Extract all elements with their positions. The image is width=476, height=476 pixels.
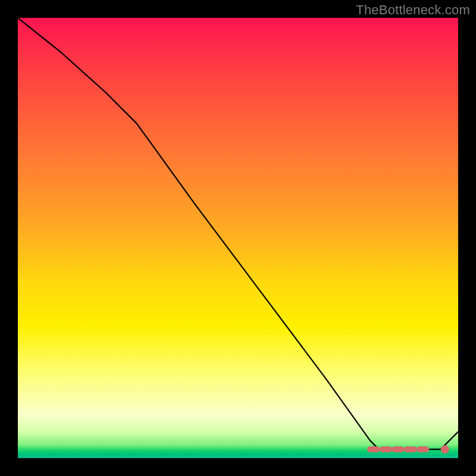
attribution-text: TheBottleneck.com [356, 2, 470, 18]
bottleneck-curve-line [18, 18, 458, 449]
chart-overlay [18, 18, 458, 458]
optimal-point-dot [441, 445, 449, 453]
chart-frame: TheBottleneck.com [0, 0, 476, 476]
plot-area [18, 18, 458, 458]
